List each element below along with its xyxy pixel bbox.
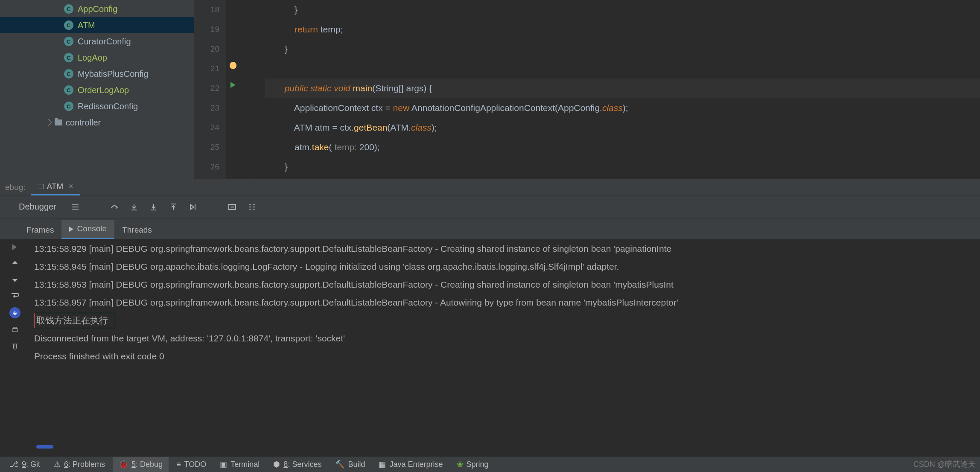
hammer-icon: 🔨 [335, 460, 344, 469]
spring-icon: ❀ [457, 460, 463, 469]
debugger-label: Debugger [19, 202, 56, 212]
class-icon: C [64, 53, 73, 62]
list-icon: ≡ [176, 460, 181, 469]
gutter-icons [226, 0, 243, 179]
build-tool-window[interactable]: 🔨Build [329, 457, 371, 472]
step-out-icon[interactable] [169, 203, 178, 211]
highlighted-output: 取钱方法正在执行 [34, 313, 115, 328]
debug-tab-bar: ebug: ATM ✕ [0, 179, 980, 195]
down-stack-icon[interactable] [10, 275, 20, 284]
line-number-gutter[interactable]: 18 19 20 21 22 23 24 25 26 [194, 0, 226, 179]
terminal-tool-window[interactable]: ▣Terminal [214, 457, 265, 472]
debug-session-tab[interactable]: ATM ✕ [31, 179, 80, 195]
chevron-right-icon [45, 119, 52, 126]
services-icon: ⬢ [273, 460, 280, 469]
tree-item-mybatisplusconfig[interactable]: CMybatisPlusConfig [0, 66, 194, 82]
intention-bulb-icon[interactable] [230, 62, 236, 69]
resume-icon[interactable] [10, 242, 20, 252]
svg-rect-2 [13, 327, 17, 329]
class-icon: C [64, 4, 73, 14]
debug-sub-tabs: Frames Console Threads [0, 219, 980, 239]
trace-icon[interactable] [248, 203, 256, 211]
enterprise-icon: ▦ [379, 460, 386, 469]
tree-folder-controller[interactable]: controller [0, 114, 194, 131]
scroll-thumb[interactable] [36, 445, 53, 449]
run-gutter-icon[interactable] [230, 82, 236, 88]
print-icon[interactable] [10, 325, 20, 335]
threads-tab[interactable]: Threads [114, 221, 160, 239]
debug-label: ebug: [0, 183, 31, 192]
tree-item-redissonconfig[interactable]: CRedissonConfig [0, 98, 194, 114]
class-icon: C [64, 20, 73, 30]
console-tab[interactable]: Console [61, 220, 114, 239]
project-tree[interactable]: CAppConfig CATM CCuratorConfig CLogAop C… [0, 0, 194, 179]
spring-tool-window[interactable]: ❀Spring [451, 457, 495, 472]
tree-item-orderlogaop[interactable]: COrderLogAop [0, 82, 194, 98]
play-icon [69, 227, 73, 232]
tree-item-atm[interactable]: CATM [0, 17, 194, 33]
todo-tool-window[interactable]: ≡TODO [170, 457, 212, 472]
bug-icon: 🐞 [119, 460, 128, 469]
class-icon: C [64, 37, 73, 46]
console-toolbar [0, 239, 30, 365]
clear-icon[interactable] [10, 341, 20, 351]
svg-rect-0 [229, 204, 236, 210]
step-over-icon[interactable] [110, 203, 119, 211]
class-icon: C [64, 69, 73, 79]
debugger-toolbar: Debugger [0, 195, 980, 219]
folder-icon [55, 119, 62, 125]
bottom-toolbar: ⎇9: Git ⚠6: Problems 🐞5: Debug ≡TODO ▣Te… [0, 457, 980, 472]
code-area[interactable]: } return temp; } public static void main… [256, 0, 980, 179]
close-icon[interactable]: ✕ [68, 183, 74, 190]
terminal-icon: ▣ [220, 460, 227, 469]
fold-column[interactable] [243, 0, 256, 179]
run-to-cursor-icon[interactable] [189, 203, 197, 211]
step-into-icon[interactable] [130, 203, 138, 211]
tree-item-curatorconfig[interactable]: CCuratorConfig [0, 33, 194, 50]
soft-wrap-icon[interactable] [10, 291, 20, 300]
application-icon [37, 184, 44, 189]
console-output[interactable]: 13:15:58.929 [main] DEBUG org.springfram… [30, 239, 980, 365]
class-icon: C [64, 85, 73, 95]
problems-tool-window[interactable]: ⚠6: Problems [48, 457, 111, 472]
watermark: CSDN @暗武逢天 [913, 459, 976, 469]
class-icon: C [64, 102, 73, 111]
tree-item-logaop[interactable]: CLogAop [0, 50, 194, 66]
svg-rect-1 [12, 329, 18, 332]
layout-icon[interactable] [71, 203, 79, 211]
services-tool-window[interactable]: ⬢8: Services [267, 457, 327, 472]
frames-tab[interactable]: Frames [19, 221, 61, 239]
warning-icon: ⚠ [54, 460, 61, 469]
git-tool-window[interactable]: ⎇9: Git [3, 457, 46, 472]
scroll-to-end-icon[interactable] [9, 307, 20, 318]
git-branch-icon: ⎇ [9, 460, 18, 469]
debug-panel: ebug: ATM ✕ Debugger Frames Console Thre… [0, 179, 980, 365]
up-stack-icon[interactable] [10, 259, 20, 268]
debug-tool-window[interactable]: 🐞5: Debug [113, 457, 169, 472]
evaluate-expression-icon[interactable] [228, 203, 236, 211]
code-editor[interactable]: 18 19 20 21 22 23 24 25 26 } return temp… [194, 0, 980, 179]
tree-item-appconfig[interactable]: CAppConfig [0, 1, 194, 17]
javaee-tool-window[interactable]: ▦Java Enterprise [373, 457, 449, 472]
force-step-into-icon[interactable] [149, 203, 158, 211]
